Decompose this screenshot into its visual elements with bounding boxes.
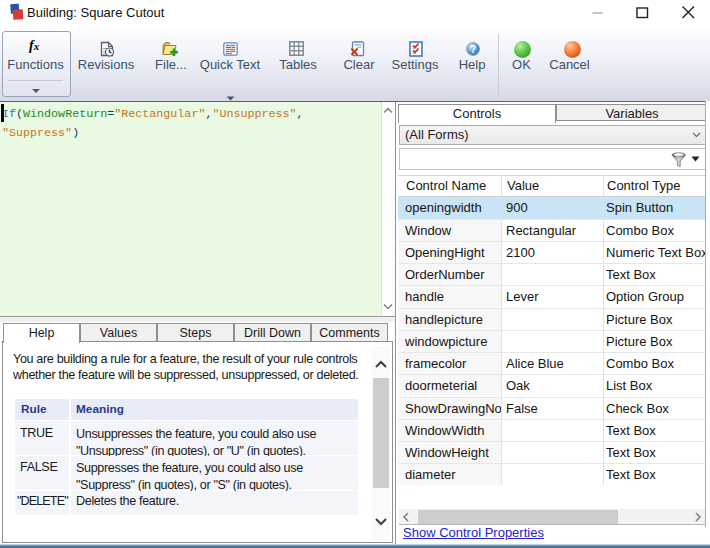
svg-text:?: ? (470, 44, 476, 55)
